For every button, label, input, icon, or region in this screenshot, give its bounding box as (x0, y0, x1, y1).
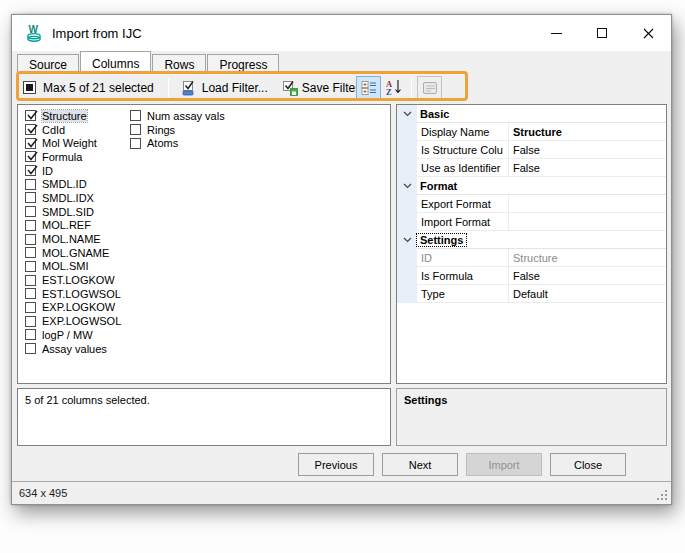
next-button[interactable]: Next (382, 453, 458, 476)
max-selected-checkbox[interactable] (23, 81, 36, 94)
column-checkbox-item[interactable]: ID (25, 164, 121, 178)
collapse-chevron-icon[interactable] (397, 231, 417, 249)
column-checkbox-item[interactable]: Num assay vals (130, 109, 225, 123)
property-row[interactable]: Is FormulaFalse (397, 267, 666, 285)
checked-checkbox-icon[interactable] (25, 151, 36, 162)
max-selected-label[interactable]: Max 5 of 21 selected (43, 81, 154, 95)
maximize-button[interactable] (579, 15, 625, 51)
property-category-format[interactable]: Format (397, 177, 666, 195)
property-value[interactable]: False (509, 141, 666, 159)
column-checkbox-item[interactable]: Assay values (25, 342, 121, 356)
svg-text:Z: Z (386, 87, 392, 96)
unchecked-checkbox-icon[interactable] (25, 316, 36, 327)
load-filter-button[interactable]: Load Filter... (178, 78, 272, 98)
column-checkbox-item[interactable]: SMDL.IDX (25, 191, 121, 205)
property-row[interactable]: Is Structure ColuFalse (397, 141, 666, 159)
row-gutter (397, 141, 417, 159)
load-filter-label: Load Filter... (202, 81, 268, 95)
unchecked-checkbox-icon[interactable] (25, 288, 36, 299)
maximize-icon (597, 28, 607, 38)
minimize-button[interactable] (533, 15, 579, 51)
column-checkbox-item[interactable]: Rings (130, 123, 225, 137)
property-row[interactable]: Display NameStructure (397, 123, 666, 141)
column-label: MOL.GNAME (42, 247, 109, 259)
toolbar-separator (411, 78, 412, 98)
category-name: Basic (417, 108, 452, 120)
property-row[interactable]: Export Format (397, 195, 666, 213)
unchecked-checkbox-icon[interactable] (25, 179, 36, 190)
collapse-chevron-icon[interactable] (397, 177, 417, 195)
unchecked-checkbox-icon[interactable] (25, 329, 36, 340)
property-row[interactable]: Import Format (397, 213, 666, 231)
categorized-view-button[interactable] (356, 76, 381, 99)
row-gutter (397, 213, 417, 231)
column-label: Atoms (147, 137, 178, 149)
sort-alphabetical-button[interactable]: A Z (381, 76, 406, 99)
property-label: Is Formula (417, 267, 509, 285)
collapse-chevron-icon[interactable] (397, 105, 417, 123)
column-list-panel[interactable]: StructureCdIdMol WeightFormulaIDSMDL.IDS… (17, 104, 391, 384)
property-value[interactable]: Structure (509, 123, 666, 141)
unchecked-checkbox-icon[interactable] (130, 138, 141, 149)
property-editor-button (417, 76, 442, 99)
property-category-settings[interactable]: Settings (397, 231, 666, 249)
checked-checkbox-icon[interactable] (25, 138, 36, 149)
column-checkbox-item[interactable]: CdId (25, 123, 121, 137)
column-checkbox-item[interactable]: Formula (25, 150, 121, 164)
row-gutter (397, 159, 417, 177)
unchecked-checkbox-icon[interactable] (25, 261, 36, 272)
checked-checkbox-icon[interactable] (25, 124, 36, 135)
unchecked-checkbox-icon[interactable] (25, 220, 36, 231)
checked-checkbox-icon[interactable] (25, 110, 36, 121)
property-value[interactable]: Default (509, 285, 666, 303)
column-checkbox-item[interactable]: MOL.NAME (25, 232, 121, 246)
column-label: Assay values (42, 343, 107, 355)
unchecked-checkbox-icon[interactable] (25, 192, 36, 203)
column-checkbox-item[interactable]: logP / MW (25, 328, 121, 342)
tab-progress[interactable]: Progress (207, 54, 279, 74)
column-checkbox-item[interactable]: MOL.GNAME (25, 246, 121, 260)
editor-card-icon (422, 81, 438, 95)
title-bar[interactable]: W Import from IJC (12, 15, 671, 51)
checked-checkbox-icon[interactable] (25, 165, 36, 176)
resize-grip[interactable] (657, 490, 668, 501)
unchecked-checkbox-icon[interactable] (25, 275, 36, 286)
unchecked-checkbox-icon[interactable] (25, 234, 36, 245)
property-row[interactable]: IDStructure (397, 249, 666, 267)
column-checkbox-item[interactable]: EST.LOGWSOL (25, 287, 121, 301)
property-value[interactable]: False (509, 267, 666, 285)
previous-button[interactable]: Previous (298, 453, 374, 476)
unchecked-checkbox-icon[interactable] (25, 343, 36, 354)
unchecked-checkbox-icon[interactable] (25, 302, 36, 313)
column-checkbox-item[interactable]: EXP.LOGKOW (25, 301, 121, 315)
property-value[interactable]: False (509, 159, 666, 177)
column-checkbox-item[interactable]: MOL.REF (25, 219, 121, 233)
close-button[interactable]: Close (550, 453, 626, 476)
property-category-basic[interactable]: Basic (397, 105, 666, 123)
column-checkbox-item[interactable]: EXP.LOGWSOL (25, 314, 121, 328)
unchecked-checkbox-icon[interactable] (25, 206, 36, 217)
property-label: Import Format (417, 213, 509, 231)
unchecked-checkbox-icon[interactable] (25, 247, 36, 258)
settings-panel: Settings (396, 388, 667, 446)
column-checkbox-item[interactable]: MOL.SMI (25, 260, 121, 274)
tab-columns[interactable]: Columns (80, 51, 151, 74)
unchecked-checkbox-icon[interactable] (130, 124, 141, 135)
property-row[interactable]: TypeDefault (397, 285, 666, 303)
property-value[interactable]: Structure (509, 249, 666, 267)
column-checkbox-item[interactable]: SMDL.SID (25, 205, 121, 219)
unchecked-checkbox-icon[interactable] (130, 110, 141, 121)
column-checkbox-item[interactable]: Mol Weight (25, 136, 121, 150)
column-checkbox-item[interactable]: Atoms (130, 136, 225, 150)
property-grid[interactable]: BasicDisplay NameStructureIs Structure C… (396, 104, 667, 384)
column-checkbox-item[interactable]: SMDL.ID (25, 177, 121, 191)
tab-source[interactable]: Source (17, 54, 79, 74)
column-checkbox-item[interactable]: EST.LOGKOW (25, 273, 121, 287)
window-title: Import from IJC (52, 26, 142, 41)
property-row[interactable]: Use as IdentifierFalse (397, 159, 666, 177)
column-checkbox-item[interactable]: Structure (25, 109, 121, 123)
tab-rows[interactable]: Rows (152, 54, 206, 74)
property-value[interactable] (509, 195, 666, 213)
property-value[interactable] (509, 213, 666, 231)
close-button[interactable] (625, 15, 671, 51)
